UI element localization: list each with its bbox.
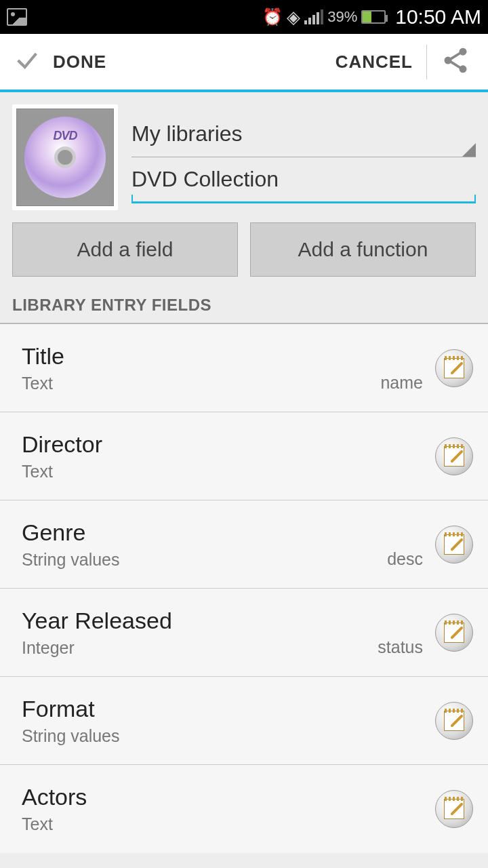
field-row-year[interactable]: Year Released Integer status	[0, 589, 488, 677]
disc-label: DVD	[53, 129, 77, 143]
library-name-input[interactable]: DVD Collection	[131, 157, 476, 203]
field-type: Text	[22, 814, 423, 834]
field-type: Text	[22, 462, 423, 481]
field-name: Actors	[22, 784, 423, 810]
edit-field-icon[interactable]	[435, 790, 473, 828]
edit-field-icon[interactable]	[435, 702, 473, 740]
signal-icon	[304, 9, 323, 24]
status-bar: ⏰ ◈ 39% 10:50 AM	[0, 0, 488, 34]
field-role: name	[380, 373, 423, 399]
battery-percent: 39%	[327, 8, 357, 26]
field-type: Integer	[22, 638, 378, 658]
notepad-icon	[444, 799, 464, 819]
edit-field-icon[interactable]	[435, 437, 473, 475]
svg-line-4	[451, 62, 461, 68]
edit-field-icon[interactable]	[435, 614, 473, 652]
field-row-format[interactable]: Format String values	[0, 677, 488, 765]
notepad-icon	[444, 623, 464, 643]
notepad-icon	[444, 358, 464, 378]
field-name: Format	[22, 696, 423, 722]
share-icon	[441, 66, 470, 77]
battery-icon	[361, 10, 386, 24]
field-row-director[interactable]: Director Text	[0, 412, 488, 500]
field-row-genre[interactable]: Genre String values desc	[0, 500, 488, 589]
image-notification-icon	[7, 8, 27, 26]
cancel-button[interactable]: CANCEL	[322, 45, 427, 79]
field-name: Year Released	[22, 608, 378, 634]
library-header: DVD My libraries DVD Collection	[0, 92, 488, 222]
section-header: LIBRARY ENTRY FIELDS	[0, 289, 488, 324]
cancel-label: CANCEL	[336, 52, 413, 72]
edit-field-icon[interactable]	[435, 526, 473, 564]
library-name-value: DVD Collection	[131, 167, 279, 192]
field-row-actors[interactable]: Actors Text	[0, 765, 488, 853]
action-bar: DONE CANCEL	[0, 34, 488, 92]
field-name: Title	[22, 343, 380, 370]
field-role: status	[378, 637, 423, 664]
field-name: Genre	[22, 519, 387, 546]
field-list: Title Text name Director Text Genre Stri…	[0, 324, 488, 853]
field-type: String values	[22, 550, 387, 570]
add-function-button[interactable]: Add a function	[250, 222, 476, 277]
add-function-label: Add a function	[298, 238, 428, 261]
notepad-icon	[444, 711, 464, 731]
edit-field-icon[interactable]	[435, 349, 473, 387]
library-thumbnail[interactable]: DVD	[12, 104, 118, 210]
field-name: Director	[22, 431, 423, 458]
notepad-icon	[444, 534, 464, 555]
wifi-icon: ◈	[287, 7, 300, 28]
field-type: Text	[22, 374, 380, 393]
done-label: DONE	[53, 52, 106, 73]
done-button[interactable]: DONE	[0, 47, 322, 77]
field-role: desc	[387, 549, 423, 576]
library-parent-spinner[interactable]: My libraries	[131, 111, 476, 157]
field-type: String values	[22, 726, 423, 746]
add-field-label: Add a field	[77, 238, 174, 261]
clock: 10:50 AM	[395, 5, 481, 28]
add-field-button[interactable]: Add a field	[12, 222, 238, 277]
share-button[interactable]	[427, 41, 479, 82]
spinner-value: My libraries	[131, 121, 243, 146]
svg-line-3	[451, 53, 461, 59]
button-row: Add a field Add a function	[0, 222, 488, 289]
check-icon	[14, 47, 41, 77]
field-row-title[interactable]: Title Text name	[0, 324, 488, 412]
notepad-icon	[444, 446, 464, 467]
dvd-disc-icon: DVD	[24, 117, 106, 198]
alarm-icon: ⏰	[262, 7, 283, 26]
